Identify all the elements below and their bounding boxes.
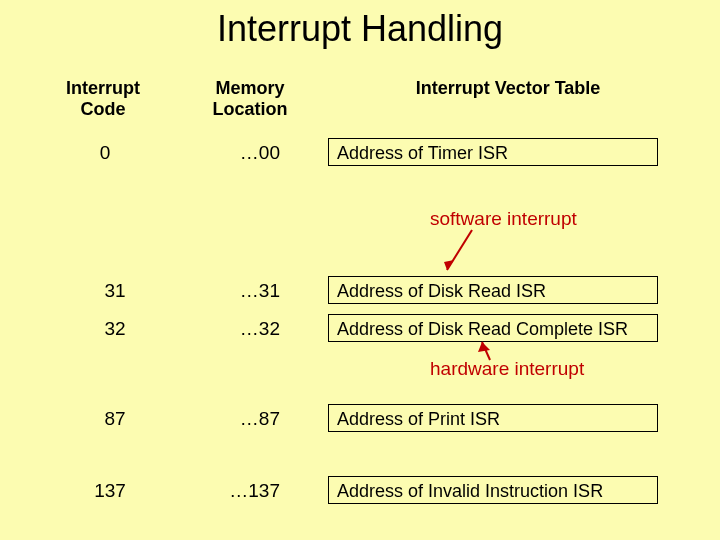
arrow-hardware-icon <box>470 340 510 362</box>
code-0: 0 <box>70 142 140 164</box>
code-137: 137 <box>75 480 145 502</box>
col-header-ivt: Interrupt Vector Table <box>368 78 648 99</box>
mem-31: …31 <box>210 280 280 302</box>
addr-32: Address of Disk Read Complete ISR <box>328 314 658 342</box>
addr-137: Address of Invalid Instruction ISR <box>328 476 658 504</box>
mem-137: …137 <box>210 480 280 502</box>
arrow-software-icon <box>442 230 482 280</box>
code-87: 87 <box>80 408 150 430</box>
addr-0: Address of Timer ISR <box>328 138 658 166</box>
mem-32: …32 <box>210 318 280 340</box>
annotation-software: software interrupt <box>430 208 577 230</box>
col-header-code: Interrupt Code <box>48 78 158 120</box>
svg-marker-3 <box>478 342 490 352</box>
addr-31: Address of Disk Read ISR <box>328 276 658 304</box>
mem-87: …87 <box>210 408 280 430</box>
page-title: Interrupt Handling <box>0 8 720 50</box>
mem-0: …00 <box>210 142 280 164</box>
col-header-memory: Memory Location <box>195 78 305 120</box>
code-31: 31 <box>80 280 150 302</box>
code-32: 32 <box>80 318 150 340</box>
addr-87: Address of Print ISR <box>328 404 658 432</box>
